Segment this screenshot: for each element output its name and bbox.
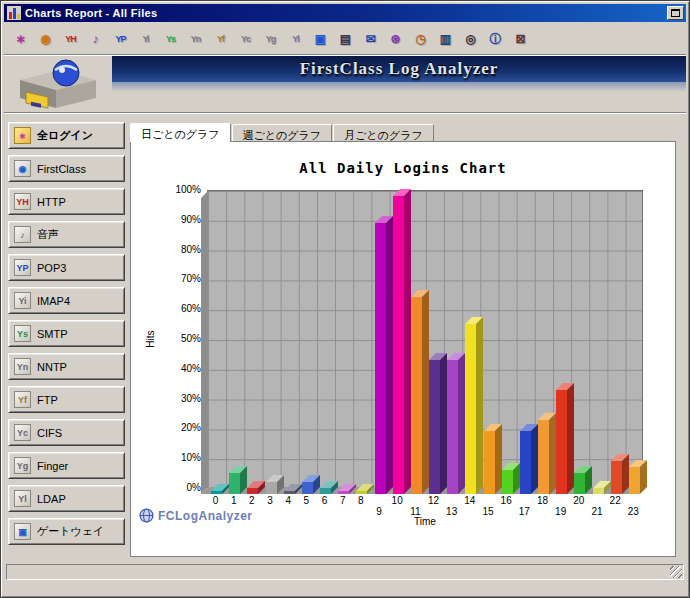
x-tick-label: 12 [423, 495, 445, 506]
finger-icon: Yg [14, 457, 31, 474]
bar-side-face [458, 353, 465, 494]
sidebar-item-ftp[interactable]: YfFTP [8, 386, 125, 413]
ldap-report-icon[interactable]: Yl [284, 28, 307, 51]
main-pane: 日ごとのグラフ週ごとのグラフ月ごとのグラフ All Daily Logins C… [130, 123, 676, 557]
y-tick-label: 90% [181, 214, 201, 225]
bar-side-face [567, 383, 574, 494]
schedule-icon[interactable]: ◷ [409, 28, 432, 51]
statistics-icon[interactable]: ▥ [434, 28, 457, 51]
mail-icon[interactable]: ✉ [359, 28, 382, 51]
bar-side-face [386, 216, 393, 494]
bar-hour-10 [393, 196, 404, 494]
sidebar-item-ldap[interactable]: YlLDAP [8, 485, 125, 512]
app-title: FirstClass Log Analyzer [300, 59, 499, 79]
sidebar-item-label: Finger [37, 460, 68, 472]
ldap-report-glyph: Yl [292, 34, 299, 44]
bar-chart-icon [7, 6, 21, 20]
y-tick-label: 10% [181, 452, 201, 463]
bar-hour-22 [611, 461, 622, 494]
firstclass-icon[interactable]: ◉ [34, 28, 57, 51]
tab-daily[interactable]: 日ごとのグラフ [130, 123, 231, 142]
voice-report-glyph: ♪ [93, 32, 99, 46]
sidebar-item-imap4[interactable]: YiIMAP4 [8, 287, 125, 314]
ftp-report-icon[interactable]: Yf [209, 28, 232, 51]
sidebar-item-voice[interactable]: ♪音声 [8, 221, 125, 248]
sidebar-item-all-logins[interactable]: ∗全ログイン [8, 122, 125, 149]
http-report-icon[interactable]: YH [59, 28, 82, 51]
finger-report-icon[interactable]: Yg [259, 28, 282, 51]
voice-report-icon[interactable]: ♪ [84, 28, 107, 51]
sidebar-item-smtp[interactable]: YsSMTP [8, 320, 125, 347]
sidebar-item-label: IMAP4 [37, 295, 70, 307]
bar-hour-15 [484, 431, 495, 494]
zoom-glyph: ◎ [465, 32, 475, 46]
banner: FirstClass Log Analyzer [4, 56, 686, 112]
y-tick-label: 80% [181, 244, 201, 255]
bar-hour-11 [411, 297, 422, 494]
bar-hour-3 [266, 482, 277, 494]
bar-side-face [440, 353, 447, 494]
plot-area [207, 190, 643, 488]
all-logins-icon: ∗ [14, 127, 31, 144]
banner-fade [112, 82, 686, 92]
y-tick-label: 0% [187, 482, 201, 493]
bar-side-face [495, 424, 502, 494]
cifs-report-glyph: Yc [241, 34, 250, 44]
sidebar-item-label: LDAP [37, 493, 66, 505]
title-bar[interactable]: Charts Report - All Files [4, 4, 686, 22]
all-logins-glyph: ∗ [15, 32, 25, 46]
chart-pane: All Daily Logins Chart Hits 0%10%20%30%4… [130, 141, 676, 557]
imap4-icon: Yi [14, 292, 31, 309]
x-axis-title: Time [207, 516, 643, 527]
bar-side-face [531, 424, 538, 494]
http-report-glyph: YH [65, 34, 76, 44]
sidebar-item-label: FTP [37, 394, 58, 406]
y-tick-label: 30% [181, 393, 201, 404]
y-tick-label: 100% [175, 184, 201, 195]
sidebar-item-pop3[interactable]: YPPOP3 [8, 254, 125, 281]
summary-report-icon[interactable]: ▤ [334, 28, 357, 51]
statistics-glyph: ▥ [440, 32, 451, 46]
pop3-report-glyph: YP [115, 34, 125, 44]
exit-icon[interactable]: ⊠ [509, 28, 532, 51]
bar-side-face [476, 317, 483, 494]
resize-grip[interactable] [670, 566, 682, 578]
sidebar-item-http[interactable]: YHHTTP [8, 188, 125, 215]
http-icon: YH [14, 193, 31, 210]
pop3-report-icon[interactable]: YP [109, 28, 132, 51]
zoom-icon[interactable]: ◎ [459, 28, 482, 51]
x-tick-label: 16 [495, 495, 517, 506]
firstclass-glyph: ◉ [40, 32, 50, 46]
nntp-report-glyph: Yn [191, 34, 201, 44]
imap4-report-icon[interactable]: Yi [134, 28, 157, 51]
y-tick-label: 20% [181, 422, 201, 433]
bar-side-face [404, 189, 411, 494]
nntp-report-icon[interactable]: Yn [184, 28, 207, 51]
smtp-report-glyph: Ys [166, 34, 175, 44]
y-tick-label: 70% [181, 273, 201, 284]
sidebar-item-nntp[interactable]: YnNNTP [8, 353, 125, 380]
sidebar-item-firstclass[interactable]: ◉FirstClass [8, 155, 125, 182]
sidebar-item-gateway[interactable]: ▣ゲートウェイ [8, 518, 125, 545]
all-logins-icon[interactable]: ∗ [9, 28, 32, 51]
gateway-report-icon[interactable]: ▣ [309, 28, 332, 51]
sidebar-item-finger[interactable]: YgFinger [8, 452, 125, 479]
settings-icon[interactable]: ⊛ [384, 28, 407, 51]
smtp-icon: Ys [14, 325, 31, 342]
smtp-report-icon[interactable]: Ys [159, 28, 182, 51]
bar-hour-13 [447, 360, 458, 494]
banner-band: FirstClass Log Analyzer [112, 56, 686, 82]
tab-weekly[interactable]: 週ごとのグラフ [232, 124, 333, 142]
bar-hour-14 [465, 324, 476, 494]
bar-hour-9 [375, 223, 386, 494]
info-icon[interactable]: ⓘ [484, 28, 507, 51]
sidebar-item-label: FirstClass [37, 163, 86, 175]
maximize-button[interactable] [667, 6, 684, 20]
cifs-icon: Yc [14, 424, 31, 441]
tab-monthly[interactable]: 月ごとのグラフ [333, 124, 434, 142]
globe-icon [139, 508, 154, 523]
y-axis-labels: 0%10%20%30%40%50%60%70%80%90%100% [159, 190, 203, 488]
sidebar-item-cifs[interactable]: YcCIFS [8, 419, 125, 446]
y-tick-label: 40% [181, 363, 201, 374]
cifs-report-icon[interactable]: Yc [234, 28, 257, 51]
